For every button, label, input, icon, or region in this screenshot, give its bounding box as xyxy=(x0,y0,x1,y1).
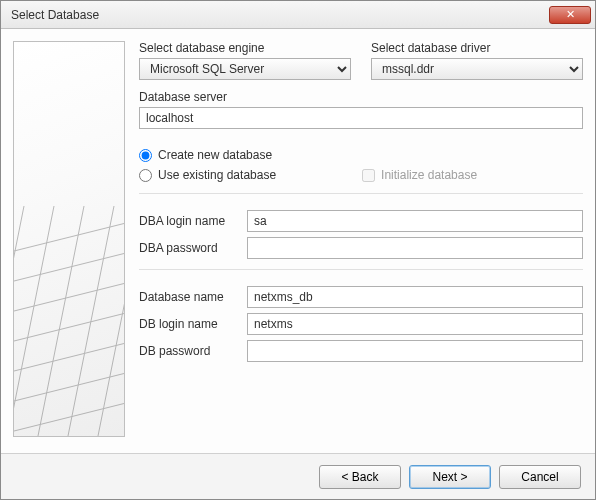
back-button[interactable]: < Back xyxy=(319,465,401,489)
db-name-input[interactable] xyxy=(247,286,583,308)
use-existing-radio[interactable] xyxy=(139,169,152,182)
svg-line-3 xyxy=(14,306,125,346)
next-button[interactable]: Next > xyxy=(409,465,491,489)
svg-line-10 xyxy=(64,206,114,436)
engine-label: Select database engine xyxy=(139,41,351,55)
svg-line-8 xyxy=(14,206,54,436)
db-name-label: Database name xyxy=(139,290,239,304)
cancel-button[interactable]: Cancel xyxy=(499,465,581,489)
init-db-checkbox xyxy=(362,169,375,182)
db-credentials-section: Database name DB login name DB password xyxy=(139,286,583,372)
form-area: Select database engine Microsoft SQL Ser… xyxy=(139,41,583,441)
init-db-group: Initialize database xyxy=(362,168,477,182)
svg-line-9 xyxy=(34,206,84,436)
titlebar: Select Database ✕ xyxy=(1,1,595,29)
wizard-sidebar-image xyxy=(13,41,125,437)
footer-buttons: < Back Next > Cancel xyxy=(1,453,595,499)
dialog-window: Select Database ✕ xyxy=(0,0,596,500)
window-title: Select Database xyxy=(11,8,99,22)
dba-password-label: DBA password xyxy=(139,241,239,255)
dba-credentials-section: DBA login name DBA password xyxy=(139,210,583,270)
engine-driver-row: Select database engine Microsoft SQL Ser… xyxy=(139,41,583,80)
server-label: Database server xyxy=(139,90,583,104)
svg-line-7 xyxy=(14,206,24,436)
init-db-label: Initialize database xyxy=(381,168,477,182)
content-area: Select database engine Microsoft SQL Ser… xyxy=(1,29,595,453)
close-button[interactable]: ✕ xyxy=(549,6,591,24)
svg-line-11 xyxy=(94,206,125,436)
use-existing-label: Use existing database xyxy=(158,168,276,182)
dba-login-label: DBA login name xyxy=(139,214,239,228)
db-password-input[interactable] xyxy=(247,340,583,362)
svg-line-2 xyxy=(14,276,125,316)
db-mode-section: Create new database Use existing databas… xyxy=(139,145,583,194)
close-icon: ✕ xyxy=(566,8,575,21)
create-new-radio[interactable] xyxy=(139,149,152,162)
server-input[interactable] xyxy=(139,107,583,129)
db-login-input[interactable] xyxy=(247,313,583,335)
dba-password-input[interactable] xyxy=(247,237,583,259)
engine-select[interactable]: Microsoft SQL Server xyxy=(139,58,351,80)
dba-login-input[interactable] xyxy=(247,210,583,232)
driver-select[interactable]: mssql.ddr xyxy=(371,58,583,80)
db-login-label: DB login name xyxy=(139,317,239,331)
db-password-label: DB password xyxy=(139,344,239,358)
driver-label: Select database driver xyxy=(371,41,583,55)
grid-graphic-icon xyxy=(14,176,125,436)
create-new-label: Create new database xyxy=(158,148,272,162)
svg-line-4 xyxy=(14,336,125,376)
